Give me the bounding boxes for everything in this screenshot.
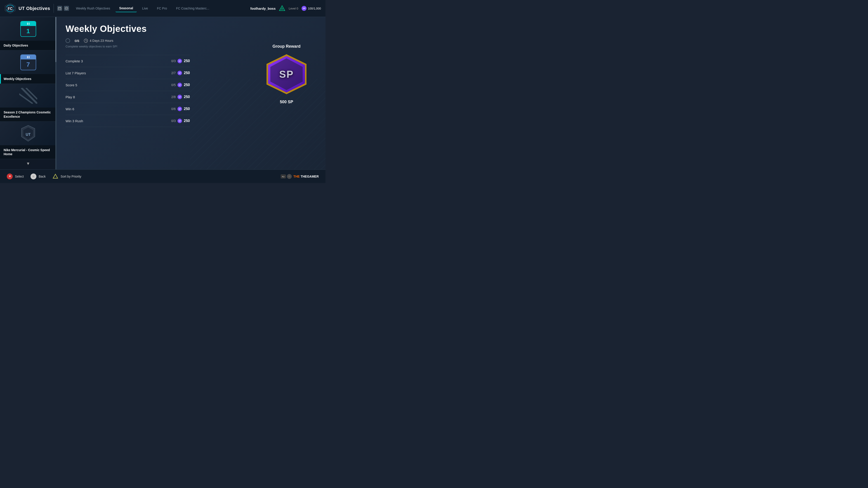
nav-item-weekly-rush[interactable]: Weekly Rush Objectives (72, 5, 114, 12)
svg-rect-3 (59, 7, 59, 8)
objective-row-play8[interactable]: Play 8 2/8 SP 250 (66, 91, 190, 103)
nav-item-fc-pro[interactable]: FC Pro (153, 5, 170, 12)
sp-badge-win6: SP (178, 107, 182, 111)
logo-section: FC UT Objectives (4, 3, 50, 14)
sidebar: 1 Daily Objectives 7 (0, 17, 57, 169)
sidebar-item-season2[interactable]: Season 2 Champions Cosmetic Excellence (0, 84, 56, 121)
sp-badge-win3rush: SP (178, 119, 182, 123)
sp-amount-win3rush: 250 (184, 119, 190, 123)
timer-text: 4 Days 23 Hours (90, 39, 113, 42)
watermark-the: THE (293, 175, 300, 178)
nav-icon-2[interactable]: UT (64, 6, 69, 11)
sidebar-item-weekly[interactable]: 7 Weekly Objectives (0, 51, 56, 84)
triangle-button-icon (53, 173, 58, 180)
progress-text: 0/6 (74, 39, 79, 43)
sp-amount-complete3: 250 (184, 59, 190, 63)
season2-graphic-icon (19, 88, 37, 104)
watermark-gamer: THEGAMER (301, 175, 319, 178)
sp-badge: SP 100/1,000 (302, 6, 321, 11)
sp-display: 100/1,000 (308, 7, 321, 10)
svg-text:FC: FC (8, 7, 13, 11)
level-badge: Level 0 (289, 7, 298, 10)
nav-items: Weekly Rush Objectives Seasonal Live FC … (72, 4, 250, 12)
weekly-calendar-icon: 7 (20, 55, 36, 70)
svg-text:R2: R2 (282, 175, 285, 178)
objective-reward-win3rush: 0/3 SP 250 (171, 119, 190, 123)
objective-name-win3rush: Win 3 Rush (66, 119, 83, 123)
group-reward-title: Group Reward (272, 44, 301, 49)
watermark-text: THETHEGAMER (293, 175, 319, 178)
obj-progress-win3rush: 0/3 (171, 119, 176, 123)
weekly-calendar-top (21, 55, 36, 59)
objective-name-win6: Win 6 (66, 107, 74, 111)
nav-divider (54, 4, 54, 13)
objective-name-score5: Score 5 (66, 83, 77, 87)
nav-top-icons: UT (57, 6, 69, 11)
sidebar-scroll-down[interactable]: ▼ (0, 159, 56, 168)
objective-row-win3rush[interactable]: Win 3 Rush 0/3 SP 250 (66, 115, 190, 127)
sp-hex-text: SP (279, 69, 294, 80)
sp-amount-win6: 250 (184, 107, 190, 111)
sidebar-season2-image (0, 84, 56, 107)
x-button-icon: ✕ (7, 173, 13, 180)
svg-marker-20 (53, 174, 58, 178)
svg-text:UT: UT (26, 133, 31, 136)
sidebar-daily-image: 1 (0, 17, 56, 41)
sp-badge-complete3: SP (178, 59, 182, 63)
obj-progress-win6: 0/6 (171, 107, 176, 111)
objective-reward-play8: 2/8 SP 250 (171, 95, 190, 99)
sidebar-nike-label: Nike Mercurial - Cosmic Speed Home (4, 148, 50, 156)
sidebar-item-nike[interactable]: UT Nike Mercurial - Cosmic Speed Home (0, 122, 56, 159)
objective-reward-list7: 2/7 SP 250 (171, 71, 190, 75)
fc-logo-icon: FC (4, 3, 16, 14)
ut-shield-icon: UT (21, 125, 35, 142)
top-navigation: FC UT Objectives UT Weekly Rush Objectiv… (0, 0, 326, 17)
sp-badge-play8: SP (178, 95, 182, 99)
objective-row-complete3[interactable]: Complete 3 0/3 SP 250 (66, 55, 190, 67)
calendar-top (21, 22, 36, 26)
nav-item-live[interactable]: Live (138, 5, 152, 12)
sidebar-scroll-thumb (55, 17, 56, 62)
daily-calendar-icon: 1 (20, 21, 36, 37)
sp-total-text: 500 SP (280, 100, 293, 104)
objective-row-win6[interactable]: Win 6 0/6 SP 250 (66, 103, 190, 115)
app-title: UT Objectives (19, 6, 50, 11)
sp-badge-list7: SP (178, 71, 182, 75)
objective-row-list7[interactable]: List 7 Players 2/7 SP 250 (66, 67, 190, 79)
svg-rect-4 (60, 7, 61, 8)
sidebar-weekly-label: Weekly Objectives (4, 77, 31, 80)
nav-item-seasonal[interactable]: Seasonal (116, 4, 136, 12)
nav-icon-1[interactable] (57, 6, 62, 11)
calendar-number: 1 (26, 26, 30, 36)
sp-amount-list7: 250 (184, 71, 190, 75)
svg-text:UT: UT (66, 8, 67, 9)
objective-reward-complete3: 0/3 SP 250 (171, 59, 190, 63)
nav-item-fc-coaching[interactable]: FC Coaching Masterc... (173, 5, 213, 12)
timer-section: 4 Days 23 Hours (84, 39, 113, 43)
username: foolhardy_boss (250, 6, 276, 10)
main-layout: 1 Daily Objectives 7 (0, 17, 326, 169)
sp-icon: SP (302, 6, 307, 11)
objectives-meta: 0/6 4 Days 23 Hours (66, 38, 316, 43)
sp-amount-score5: 250 (184, 83, 190, 87)
action-sort[interactable]: Sort by Priority (53, 173, 81, 180)
timer-icon (84, 39, 88, 43)
controller-icons: R2 (281, 174, 292, 179)
action-select[interactable]: ✕ Select (7, 173, 24, 180)
x-symbol: ✕ (8, 175, 11, 178)
user-section: foolhardy_boss Level 0 SP 100/1,000 (250, 5, 321, 11)
objective-row-score5[interactable]: Score 5 0/5 SP 250 (66, 79, 190, 91)
action-back[interactable]: ○ Back (31, 173, 46, 180)
sp-badge-score5: SP (178, 83, 182, 87)
bottom-bar: ✕ Select ○ Back Sort by Priority R2 THET… (0, 169, 326, 183)
objective-name-list7: List 7 Players (66, 71, 86, 75)
sidebar-daily-label: Daily Objectives (4, 43, 28, 47)
sort-label: Sort by Priority (61, 175, 81, 178)
obj-progress-complete3: 0/3 (171, 59, 176, 63)
objective-reward-score5: 0/5 SP 250 (171, 83, 190, 87)
o-symbol: ○ (33, 175, 34, 178)
sidebar-nike-image: UT (0, 122, 56, 145)
sidebar-weekly-image: 7 (0, 51, 56, 74)
obj-progress-play8: 2/8 (171, 95, 176, 99)
sidebar-item-daily[interactable]: 1 Daily Objectives (0, 17, 56, 51)
